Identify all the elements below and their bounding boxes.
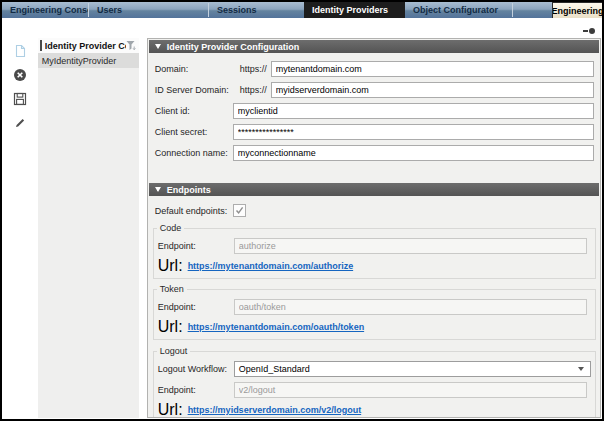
default-endpoints-checkbox[interactable] [233,204,246,217]
edit-icon [13,116,27,130]
client-secret-input[interactable] [233,124,594,140]
logout-group: Logout Logout Workflow: OpenId_Standard … [153,346,596,418]
collapse-icon [155,44,161,49]
domain-input[interactable] [271,61,594,77]
token-url-label: Url: [158,318,183,336]
client-secret-field-row: Client secret: [155,124,594,140]
token-endpoint-input [234,299,587,315]
code-group: Code Endpoint: Url: https://mytenantdoma… [153,223,596,279]
logout-endpoint-label: Endpoint: [158,385,234,395]
pin-line [583,30,588,32]
token-endpoint-label: Endpoint: [158,302,234,312]
delete-button[interactable] [12,67,27,82]
logout-endpoint-input [234,382,587,398]
save-button[interactable] [12,91,27,106]
app-window: Engineering Console Users Sessions Ident… [0,0,604,421]
logout-workflow-select[interactable]: OpenId_Standard [234,361,591,377]
domain-label: Domain: [155,64,233,74]
id-server-domain-label: ID Server Domain: [155,85,233,95]
code-url-row: Url: https://mytenantdomain.com/authoriz… [158,259,587,272]
section-header-endpoints[interactable]: Endpoints [149,183,599,196]
checkmark-icon [235,206,244,215]
logout-url-label: Url: [158,401,183,419]
logout-group-legend: Logout [157,346,191,356]
client-id-input[interactable] [233,103,594,119]
list-header-accent [40,40,42,51]
connection-name-field-row: Connection name: [155,145,594,161]
tab-engineering[interactable]: Engineering [552,2,602,18]
id-server-domain-field-row: ID Server Domain: https:// [155,82,594,98]
code-endpoint-input [234,238,587,254]
logout-workflow-label: Logout Workflow: [158,364,234,374]
section-title: Endpoints [167,185,211,195]
pin-icon[interactable] [583,28,595,34]
tab-object-configurator[interactable]: Object Configurator [405,2,512,18]
left-toolbar [4,38,36,130]
connection-name-label: Connection name: [155,148,233,158]
collapse-icon [155,187,161,192]
code-endpoint-label: Endpoint: [158,241,234,251]
chevron-down-icon [578,367,584,371]
https-prefix: https:// [233,85,271,95]
https-prefix: https:// [233,64,271,74]
section-header-identity-provider-configuration[interactable]: Identity Provider Configuration [149,40,599,53]
code-group-legend: Code [157,223,185,233]
token-group-legend: Token [157,284,187,294]
save-icon [13,92,27,106]
token-url-row: Url: https://mytenantdomain.com/oauth/to… [158,320,587,333]
connection-name-input[interactable] [233,145,594,161]
logout-endpoint-row: Endpoint: [158,382,587,398]
sub-bar [2,18,602,32]
endpoints-form: Default endpoints: Code Endpoint: Url: [148,197,600,418]
code-endpoint-row: Endpoint: [158,238,587,254]
list-header-title: Identity Provider Conf [45,41,126,51]
default-endpoints-label: Default endpoints: [155,206,233,216]
list-panel: Identity Provider Conf MyIdentityProvide… [38,38,139,418]
logout-url-link[interactable]: https://myidserverdomain.com/v2/logout [188,405,362,415]
default-endpoints-row: Default endpoints: [155,204,594,217]
domain-field-row: Domain: https:// [155,61,594,77]
section-title: Identity Provider Configuration [167,42,300,52]
code-url-link[interactable]: https://mytenantdomain.com/authorize [188,261,354,271]
delete-icon [13,68,27,82]
edit-button[interactable] [12,115,27,130]
tab-bar-spacer [513,2,552,18]
token-group: Token Endpoint: Url: https://mytenantdom… [153,284,596,340]
list-item-my-identity-provider[interactable]: MyIdentityProvider [38,53,139,68]
code-url-label: Url: [158,257,183,275]
tab-users[interactable]: Users [89,2,208,18]
tab-sessions[interactable]: Sessions [209,2,304,18]
new-item-button[interactable] [12,43,27,58]
config-panel: Identity Provider Configuration Domain: … [147,38,601,418]
filter-icon[interactable] [126,40,137,51]
list-header: Identity Provider Conf [38,38,139,53]
logout-url-row: Url: https://myidserverdomain.com/v2/log… [158,403,587,416]
tab-bar: Engineering Console Users Sessions Ident… [2,2,602,18]
token-endpoint-row: Endpoint: [158,299,587,315]
client-id-label: Client id: [155,106,233,116]
tab-identity-providers[interactable]: Identity Providers [304,2,405,18]
client-secret-label: Client secret: [155,127,233,137]
content-area: Identity Provider Conf MyIdentityProvide… [2,32,602,419]
tab-engineering-console[interactable]: Engineering Console [2,2,88,18]
logout-workflow-selected-value: OpenId_Standard [239,364,578,374]
pin-dot [589,28,595,34]
identity-provider-form: Domain: https:// ID Server Domain: https… [148,54,600,182]
logout-workflow-row: Logout Workflow: OpenId_Standard [158,361,587,377]
client-id-field-row: Client id: [155,103,594,119]
token-url-link[interactable]: https://mytenantdomain.com/oauth/token [188,322,365,332]
new-document-icon [13,44,27,58]
id-server-domain-input[interactable] [271,82,594,98]
